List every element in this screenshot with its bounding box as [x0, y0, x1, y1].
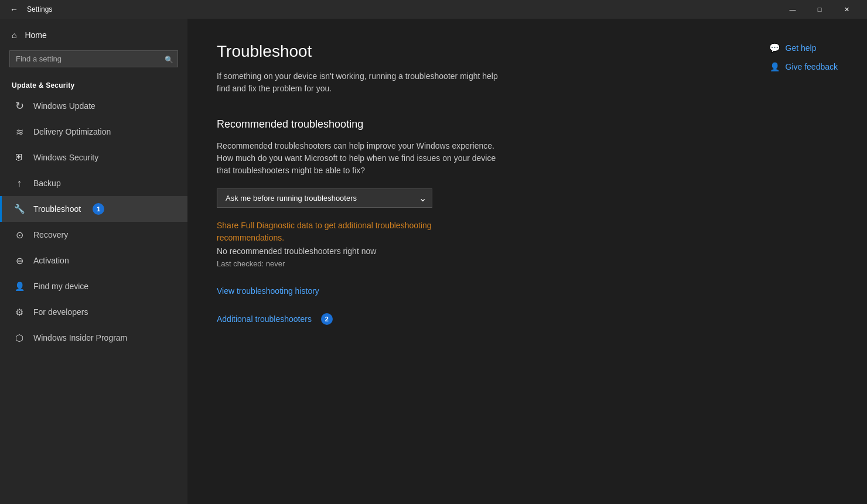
- view-history-link[interactable]: View troubleshooting history: [217, 286, 319, 296]
- sidebar-item-activation[interactable]: Activation: [0, 248, 187, 273]
- delivery-icon: [13, 126, 25, 138]
- give-feedback-link[interactable]: Give feedback: [769, 61, 838, 73]
- restore-button[interactable]: □: [806, 0, 833, 19]
- give-feedback-label: Give feedback: [786, 62, 838, 71]
- additional-troubleshooters-row: Additional troubleshooters 2: [217, 313, 838, 325]
- sidebar-item-label: Recovery: [33, 230, 68, 239]
- sidebar-item-windows-update[interactable]: Windows Update: [0, 93, 187, 119]
- device-icon: [13, 280, 25, 292]
- dropdown-container: Ask me before running troubleshooters Ru…: [217, 188, 432, 208]
- page-description: If something on your device isn't workin…: [217, 70, 510, 95]
- sidebar-item-find-my-device[interactable]: Find my device: [0, 273, 187, 299]
- get-help-icon: [769, 42, 781, 54]
- backup-icon: [13, 177, 25, 189]
- titlebar-controls: — □ ✕: [779, 0, 860, 19]
- insider-icon: [13, 332, 25, 344]
- developers-icon: [13, 306, 25, 318]
- back-button[interactable]: ←: [7, 2, 21, 16]
- feedback-icon: [769, 61, 781, 73]
- recovery-icon: [13, 229, 25, 241]
- home-icon: [12, 30, 16, 40]
- sidebar-section-title: Update & Security: [0, 77, 187, 93]
- sidebar: Home Update & Security Windows Update De…: [0, 19, 187, 504]
- minimize-button[interactable]: —: [779, 0, 806, 19]
- sidebar-item-windows-insider[interactable]: Windows Insider Program: [0, 325, 187, 351]
- sidebar-item-recovery[interactable]: Recovery: [0, 222, 187, 248]
- content-area: Get help Give feedback Troubleshoot If s…: [187, 19, 867, 504]
- sidebar-item-label: Find my device: [33, 282, 88, 291]
- close-button[interactable]: ✕: [833, 0, 860, 19]
- additional-troubleshooters-link[interactable]: Additional troubleshooters: [217, 314, 312, 324]
- sidebar-item-label: Delivery Optimization: [33, 127, 111, 136]
- titlebar: ← Settings — □ ✕: [0, 0, 867, 19]
- sidebar-item-windows-security[interactable]: Windows Security: [0, 145, 187, 170]
- sidebar-item-backup[interactable]: Backup: [0, 170, 187, 196]
- main-layout: Home Update & Security Windows Update De…: [0, 19, 867, 504]
- sidebar-item-label: Backup: [33, 179, 61, 188]
- sidebar-item-label: Windows Insider Program: [33, 333, 127, 342]
- wrench-icon: [13, 203, 25, 215]
- shield-icon: [13, 152, 25, 163]
- no-troubleshooters-text: No recommended troubleshooters right now: [217, 246, 838, 256]
- sidebar-item-label: For developers: [33, 307, 88, 317]
- get-help-label: Get help: [786, 43, 817, 53]
- sidebar-item-label: Windows Update: [33, 101, 95, 111]
- search-input[interactable]: [9, 50, 178, 67]
- page-title: Troubleshoot: [217, 42, 838, 61]
- sidebar-search-container: [9, 50, 178, 67]
- dropdown-wrapper: Ask me before running troubleshooters Ru…: [217, 188, 838, 208]
- refresh-icon: [13, 100, 25, 112]
- sidebar-item-label: Troubleshoot: [33, 204, 81, 214]
- recommended-description: Recommended troubleshooters can help imp…: [217, 140, 510, 177]
- sidebar-item-troubleshoot[interactable]: Troubleshoot 1: [0, 196, 187, 222]
- get-help-link[interactable]: Get help: [769, 42, 838, 54]
- troubleshoot-dropdown[interactable]: Ask me before running troubleshooters Ru…: [217, 188, 432, 208]
- sidebar-home-item[interactable]: Home: [0, 25, 187, 46]
- right-links: Get help Give feedback: [769, 42, 838, 73]
- activation-icon: [13, 255, 25, 266]
- search-icon: [165, 54, 173, 63]
- last-checked-text: Last checked: never: [217, 259, 838, 268]
- sidebar-home-label: Home: [25, 30, 46, 40]
- sidebar-item-label: Windows Security: [33, 153, 98, 162]
- sidebar-item-label: Activation: [33, 256, 69, 265]
- troubleshoot-badge: 1: [93, 203, 104, 215]
- diagnostic-link[interactable]: Share Full Diagnostic data to get additi…: [217, 220, 463, 244]
- additional-badge: 2: [321, 313, 333, 325]
- titlebar-title: Settings: [27, 5, 52, 13]
- sidebar-item-delivery-optimization[interactable]: Delivery Optimization: [0, 119, 187, 145]
- recommended-heading: Recommended troubleshooting: [217, 118, 838, 131]
- sidebar-item-for-developers[interactable]: For developers: [0, 299, 187, 325]
